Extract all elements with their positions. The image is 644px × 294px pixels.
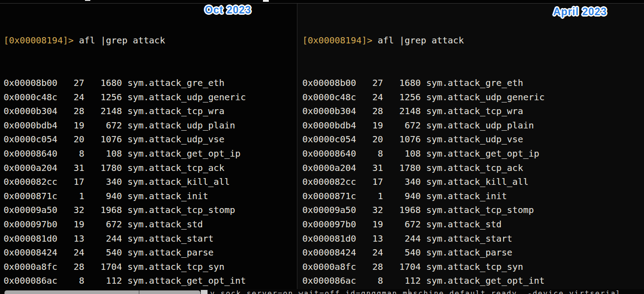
afl-row: 0x000097b0 19 672 sym.attack_std: [4, 217, 297, 232]
afl-row: 0x0000c054 20 1076 sym.attack_udp_vse: [302, 132, 644, 147]
annotation-label-april-2023: April 2023: [553, 6, 607, 18]
afl-row: 0x0000b304 28 2148 sym.attack_tcp_wra: [4, 104, 297, 119]
function-list: 0x00008b00 27 1680 sym.attack_gre_eth0x0…: [302, 76, 644, 289]
afl-row: 0x00009a50 32 1968 sym.attack_tcp_stomp: [302, 203, 644, 217]
afl-row: 0x000082cc 17 340 sym.attack_kill_all: [4, 175, 297, 189]
afl-row: 0x000082cc 17 340 sym.attack_kill_all: [302, 175, 644, 189]
afl-row: 0x00008640 8 108 sym.attack_get_opt_ip: [302, 147, 644, 161]
afl-row: 0x0000c48c 24 1256 sym.attack_udp_generi…: [302, 90, 644, 105]
clipped-glyph-remnant: [263, 0, 269, 2]
afl-row: 0x00008b00 27 1680 sym.attack_gre_eth: [4, 76, 297, 90]
afl-row: 0x0000b304 28 2148 sym.attack_tcp_wra: [302, 104, 644, 119]
afl-row: 0x00009a50 32 1968 sym.attack_tcp_stomp: [4, 203, 297, 217]
afl-row: 0x0000c054 20 1076 sym.attack_udp_vse: [4, 132, 297, 147]
afl-row: 0x0000a204 31 1780 sym.attack_tcp_ack: [4, 161, 297, 175]
terminal-split-view: [0x00008194]>afl |grep attack 0x00008b00…: [0, 4, 644, 289]
afl-row: 0x0000a204 31 1780 sym.attack_tcp_ack: [302, 161, 644, 175]
clipped-glyph-remnant: [85, 0, 90, 1]
top-window-sliver: [0, 0, 644, 4]
afl-row: 0x000086ac 8 112 sym.attack_get_opt_int: [4, 274, 297, 288]
terminal-right-april-2023[interactable]: [0x00008194]>afl |grep attack 0x00008b00…: [297, 4, 644, 289]
clipped-background-command: v sock server=on wait=off id=qnqqman mas…: [210, 290, 621, 294]
command-text: afl |grep attack: [378, 35, 464, 46]
afl-row: 0x0000c48c 24 1256 sym.attack_udp_generi…: [4, 90, 297, 105]
afl-row: 0x00008424 24 540 sym.attack_parse: [4, 246, 297, 260]
afl-row: 0x00008640 8 108 sym.attack_get_opt_ip: [4, 147, 297, 161]
afl-row: 0x0000871c 1 940 sym.attack_init: [4, 189, 297, 204]
afl-row: 0x000097b0 19 672 sym.attack_std: [302, 217, 644, 232]
afl-row: 0x0000a8fc 28 1704 sym.attack_tcp_syn: [4, 260, 297, 274]
afl-row: 0x0000bdb4 19 672 sym.attack_udp_plain: [302, 119, 644, 133]
command-text: afl |grep attack: [79, 35, 165, 46]
afl-row: 0x000081d0 13 244 sym.attack_start: [302, 232, 644, 246]
afl-row: 0x000086ac 8 112 sym.attack_get_opt_int: [302, 274, 644, 288]
background-window-divider: [139, 290, 140, 294]
bottom-window-sliver: v sock server=on wait=off id=qnqqman mas…: [0, 289, 644, 294]
afl-row: 0x0000871c 1 940 sym.attack_init: [302, 189, 644, 204]
afl-row: 0x000081d0 13 244 sym.attack_start: [4, 232, 297, 246]
clipped-glyph-remnant: [201, 290, 208, 294]
r2-prompt: [0x00008194]>: [4, 35, 74, 46]
annotation-label-oct-2023: Oct 2023: [205, 4, 251, 16]
afl-row: 0x00008b00 27 1680 sym.attack_gre_eth: [302, 76, 644, 90]
afl-row: 0x0000bdb4 19 672 sym.attack_udp_plain: [4, 119, 297, 133]
afl-row: 0x00008424 24 540 sym.attack_parse: [302, 246, 644, 260]
function-list: 0x00008b00 27 1680 sym.attack_gre_eth0x0…: [4, 76, 297, 289]
afl-row: 0x0000a8fc 28 1704 sym.attack_tcp_syn: [302, 260, 644, 274]
screenshot-root: [0x00008194]>afl |grep attack 0x00008b00…: [0, 0, 644, 294]
command-line: [0x00008194]>afl |grep attack: [302, 34, 644, 48]
background-window-edge: [4, 290, 200, 294]
r2-prompt: [0x00008194]>: [302, 35, 373, 46]
command-line: [0x00008194]>afl |grep attack: [4, 34, 297, 48]
terminal-left-oct-2023[interactable]: [0x00008194]>afl |grep attack 0x00008b00…: [0, 4, 297, 289]
